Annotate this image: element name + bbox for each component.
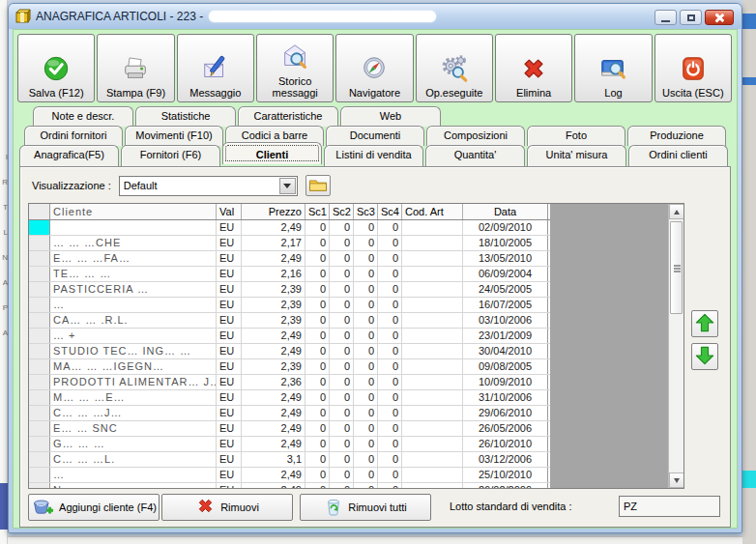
row-selector[interactable] [29,344,50,358]
table-row[interactable]: … +EU2,49000023/01/2009 [29,329,550,344]
scroll-down-button[interactable] [669,472,684,488]
tab-composizioni[interactable]: Composizioni [426,126,525,146]
table-row[interactable]: MA… … …IGEGN…EU2,39000009/08/2005 [29,359,550,375]
maximize-button[interactable] [680,10,702,25]
tab-documenti[interactable]: Documenti [326,126,424,146]
move-down-button[interactable] [691,343,718,370]
cell-sc3: 0 [354,329,378,343]
table-row[interactable]: M… … …E…EU2,49000031/10/2006 [29,390,550,406]
table-row[interactable]: G… … …EU2,49000026/10/2010 [29,437,550,452]
row-selector[interactable] [29,267,50,281]
table-row[interactable]: PASTICCERIA …EU2,39000024/05/2005 [29,282,550,298]
op-eseguite-button[interactable]: Op.eseguite [416,34,493,102]
rimuovi-button[interactable]: Rimuovi [161,494,293,521]
row-selector[interactable] [29,251,50,266]
cell-sc1: 0 [305,220,330,235]
cell-sc4: 0 [378,483,402,488]
row-selector[interactable] [29,390,50,405]
tab-anagrafica-f5[interactable]: Anagrafica(F5) [19,145,119,167]
dropdown-arrow-button[interactable] [279,178,296,194]
move-up-button[interactable] [691,310,718,337]
table-row[interactable]: N…EU2,49000026/02/2009 [29,483,550,488]
table-row[interactable]: CA… … .R.L.EU2,39000003/10/2006 [29,313,550,329]
cell-sc2: 0 [330,313,354,328]
row-selector[interactable] [29,282,50,297]
row-selector[interactable] [29,437,50,451]
tab-unita-misura[interactable]: Unita' misura [527,145,626,167]
tab-foto[interactable]: Foto [527,126,625,146]
visualizzazione-select[interactable]: Default [119,176,298,196]
title-bar[interactable]: ANAGRAFICA ARTICOLI - 223 - [9,4,741,29]
table-row[interactable]: … … …CHEEU2,17000018/10/2005 [29,236,550,251]
uscita-button[interactable]: Uscita (ESC) [654,34,732,102]
aggiungi-cliente-button[interactable]: Aggiungi cliente (F4) [28,494,160,521]
column-header-val[interactable]: Val [217,204,242,219]
stampa-button[interactable]: Stampa (F9) [97,34,174,102]
scroll-up-button[interactable] [669,204,684,219]
log-button[interactable]: Log [574,34,652,102]
table-row[interactable]: TE… … …EU2,16000006/09/2004 [29,267,550,282]
table-row[interactable]: E… … …FA…EU2,49000013/05/2010 [29,251,550,267]
tab-clienti[interactable]: Clienti [222,142,322,164]
row-selector[interactable] [29,406,50,420]
cell-sc1: 0 [305,313,330,328]
column-header-cod-art[interactable]: Cod. Art [402,204,463,219]
row-selector[interactable] [29,375,50,389]
column-header-sc1[interactable]: Sc1 [305,204,330,219]
table-row[interactable]: EU2,49000002/09/2010 [29,220,550,236]
tab-ordini-clienti[interactable]: Ordini clienti [628,145,728,167]
row-selector[interactable] [29,483,50,488]
tab-produzione[interactable]: Produzione [627,126,726,146]
table-row[interactable]: C… … …J…EU2,49000029/06/2010 [29,406,550,421]
scrollbar-thumb[interactable] [670,221,683,314]
cell-sc2: 0 [330,282,354,297]
column-header-data[interactable]: Data [463,204,548,219]
tab-quantita[interactable]: Quantita' [425,145,525,167]
row-selector[interactable] [29,468,50,482]
row-selector[interactable] [29,220,50,235]
tab-statistiche[interactable]: Statistiche [135,106,236,127]
row-selector[interactable] [29,359,50,374]
salva-button[interactable]: Salva (F12) [17,34,95,102]
elimina-button[interactable]: Elimina [495,34,572,102]
column-header-sc4[interactable]: Sc4 [378,204,402,219]
rimuovi-tutti-button[interactable]: Rimuovi tutti [300,494,431,521]
minimize-button[interactable] [654,10,677,25]
table-row[interactable]: C… … …L.EU3,1000003/12/2006 [29,452,550,468]
cell-data: 06/09/2004 [463,267,548,281]
table-row[interactable]: …EU2,39000016/07/2005 [29,298,550,313]
row-selector[interactable] [29,452,50,467]
open-view-button[interactable] [305,175,331,196]
tab-web[interactable]: Web [340,106,441,127]
row-selector[interactable] [29,329,50,343]
storico-messaggi-button[interactable]: Storico messaggi [256,34,334,102]
tab-fornitori-f6[interactable]: Fornitori (F6) [121,145,220,167]
lotto-standard-label: Lotto standard di vendita : [450,501,572,512]
row-selector[interactable] [29,236,50,250]
row-selector[interactable] [29,313,50,328]
cell-cod-art [402,344,463,358]
tab-ordini-fornitori[interactable]: Ordini fornitori [24,126,123,146]
column-header-sc3[interactable]: Sc3 [354,204,378,219]
tab-caratteristiche[interactable]: Caratteristiche [238,106,338,127]
row-selector[interactable] [29,298,50,312]
lotto-standard-input[interactable] [619,496,720,517]
close-button[interactable] [705,10,734,25]
messaggio-button[interactable]: Messaggio [177,34,254,102]
header-selector [29,204,50,219]
table-row[interactable]: PRODOTTI ALIMENTAR… J…EU2,36000010/09/20… [29,375,550,390]
column-header-prezzo[interactable]: Prezzo [242,204,305,219]
tab-note-e-descr[interactable]: Note e descr. [33,106,133,127]
column-header-cliente[interactable]: Cliente [50,204,217,219]
table-row[interactable]: …EU2,49000025/10/2010 [29,468,550,483]
column-header-sc2[interactable]: Sc2 [330,204,354,219]
cell-data: 13/05/2010 [463,251,548,266]
table-scrollbar[interactable] [668,204,683,488]
navigatore-button[interactable]: Navigatore [335,34,413,102]
tab-listini-di-vendita[interactable]: Listini di vendita [324,145,423,167]
row-selector[interactable] [29,421,50,436]
tab-movimenti-f10[interactable]: Movimenti (F10) [125,126,223,146]
table-row[interactable]: STUDIO TEC… ING… …EU2,49000030/04/2010 [29,344,550,359]
table-row[interactable]: E… … SNCEU2,49000026/05/2006 [29,421,550,437]
cell-data: 09/08/2005 [463,359,548,374]
